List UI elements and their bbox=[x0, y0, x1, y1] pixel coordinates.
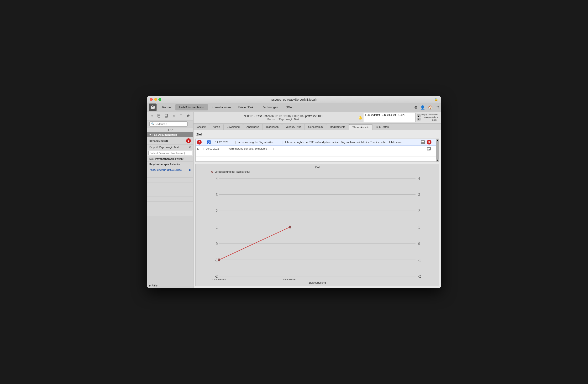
search-icon: 🔍 bbox=[151, 122, 154, 125]
app-logo[interactable] bbox=[149, 103, 157, 111]
sidebar-person-3[interactable]: Test Patientin (01.01.1990) ▶ bbox=[147, 167, 193, 173]
fall-dokumentation-label: Fall-Dokumentation bbox=[152, 133, 177, 136]
chart-legend: ✕ Verbesserung der Tagsstruktur bbox=[199, 170, 436, 174]
scroll-up-arrow[interactable]: ▲ bbox=[436, 139, 439, 142]
patient-search-input[interactable] bbox=[148, 151, 192, 155]
recycle-icon: ♿ bbox=[207, 140, 211, 144]
user-icon[interactable]: 👤 bbox=[420, 105, 425, 110]
add-button[interactable]: ⊕ bbox=[149, 113, 155, 119]
menu-fall-dokumentation[interactable]: Fall-Dokumentation bbox=[175, 104, 208, 110]
company-line3: GmbH bbox=[421, 119, 438, 122]
menu-right-icons: ⚙ 👤 🏠 ⬚ bbox=[414, 105, 439, 110]
tab-medikamente[interactable]: Medikamente bbox=[326, 124, 349, 130]
company-line2: easy-solutions bbox=[421, 116, 438, 119]
svg-text:-2: -2 bbox=[215, 274, 218, 278]
svg-rect-11 bbox=[427, 148, 430, 148]
patient-header-line2: Praxis 1 / Psychologin Test bbox=[208, 118, 358, 121]
tab-verlauf[interactable]: Verlauf / Proc bbox=[282, 124, 305, 130]
page-nav: 1 / 7 bbox=[147, 128, 193, 132]
minimize-button[interactable] bbox=[154, 98, 157, 101]
ziel-row1-action[interactable] bbox=[426, 146, 432, 151]
diagnosis-scroll-up[interactable]: ▲ bbox=[417, 115, 420, 117]
tab-zuweisung[interactable]: Zuweisung bbox=[224, 124, 243, 130]
tab-content: Ziel 2 . ♿ | 14.12.2020 | Verbesserung bbox=[193, 130, 441, 288]
diagnosis-box[interactable]: 1 - Suizidalität 12.12.2020 29.12.2020 bbox=[363, 113, 416, 122]
badge-1: 1 bbox=[186, 138, 191, 143]
print-button[interactable]: 🖨 bbox=[171, 113, 177, 119]
tab-bar: Cockpit Admin Zuweisung Anamnese Diagnos… bbox=[193, 123, 441, 130]
diagnosis-scroll: ▲ ▼ bbox=[417, 115, 420, 121]
therapeut-label: Dr. phil. Psychologin Test bbox=[149, 146, 179, 149]
logout-icon[interactable]: ⬚ bbox=[436, 105, 439, 110]
menu-briefe-dok[interactable]: Briefe / Dok. bbox=[234, 104, 258, 110]
search-box[interactable]: 🔍 bbox=[149, 121, 188, 127]
page-nav-text: 1 / 7 bbox=[168, 129, 172, 131]
company-line1: PsyQOS DEMO - bbox=[421, 113, 438, 116]
scroll-down-arrow[interactable]: ▼ bbox=[436, 159, 439, 162]
empty-row-1 bbox=[147, 173, 193, 178]
delete-button[interactable]: 🗑 bbox=[185, 113, 191, 119]
behandlungsort-item[interactable]: Behandlungsort 1 bbox=[147, 137, 193, 144]
behandlungsort-label: Behandlungsort bbox=[149, 139, 168, 142]
expand-arrow: ▶ bbox=[149, 284, 151, 287]
chart-container: Ziel ✕ Verbesserung der Tagsstruktur bbox=[195, 164, 439, 286]
svg-text:-1: -1 bbox=[418, 257, 421, 262]
list-button[interactable]: ☰ bbox=[178, 113, 184, 119]
ziel-row1-sep1: | bbox=[203, 147, 204, 150]
traffic-lights bbox=[150, 98, 161, 101]
ziel-row2-sep3: | bbox=[235, 141, 236, 143]
sidebar-person-2[interactable]: Psychotherapie Patientin bbox=[147, 162, 193, 167]
ziel-row-2[interactable]: 2 . ♿ | 14.12.2020 | Verbesserung der Ta… bbox=[196, 139, 439, 145]
settings-icon[interactable]: ⚙ bbox=[414, 105, 417, 110]
svg-text:3: 3 bbox=[418, 192, 420, 197]
content-area: 990001 / Test Patientin (01.01.1990), Ch… bbox=[193, 112, 441, 288]
ziel-row-1[interactable]: 1. | 05.01.2021 | Verringerung der dep. … bbox=[196, 145, 439, 152]
chart-x-label: Zielbeurteilung bbox=[199, 281, 436, 284]
tab-admin[interactable]: Admin bbox=[209, 124, 224, 130]
ziel-row1-title: Verringerung der dep. Symptome bbox=[228, 147, 271, 150]
new-doc-button[interactable] bbox=[156, 113, 162, 119]
ziel-table-scrollbar[interactable]: ▲ ▼ bbox=[436, 139, 439, 162]
ziel-row2-action[interactable] bbox=[420, 140, 426, 144]
faelle-item[interactable]: ▶ Fälle bbox=[147, 283, 193, 288]
empty-row-9 bbox=[147, 211, 193, 216]
svg-rect-13 bbox=[427, 149, 429, 150]
svg-rect-8 bbox=[421, 142, 424, 142]
svg-text:1: 1 bbox=[216, 225, 218, 229]
scroll-thumb[interactable] bbox=[436, 142, 439, 159]
menu-qmo[interactable]: QMo bbox=[282, 104, 296, 110]
tab-genogramm[interactable]: Genogramm bbox=[305, 124, 326, 130]
therapeut-close[interactable]: ✕ bbox=[189, 146, 191, 149]
svg-text:-1: -1 bbox=[215, 257, 218, 262]
ziel-row1-sep3: | bbox=[273, 147, 274, 150]
lock-icon: 🔒 bbox=[434, 98, 438, 101]
sidebar-person-1[interactable]: Del. Psychotherapie Patient bbox=[147, 156, 193, 162]
svg-text:0: 0 bbox=[418, 241, 420, 246]
tab-anamnese[interactable]: Anamnese bbox=[243, 124, 263, 130]
tab-therapieziele[interactable]: Therapieziele bbox=[349, 124, 373, 130]
menu-rechnungen[interactable]: Rechnungen bbox=[258, 104, 282, 110]
pdf-button[interactable]: PDF bbox=[164, 113, 170, 119]
menu-partner[interactable]: Partner bbox=[158, 104, 175, 110]
home-icon[interactable]: 🏠 bbox=[428, 105, 433, 110]
fall-dokumentation-header[interactable]: ▼ Fall-Dokumentation bbox=[147, 132, 193, 137]
diagnosis-scroll-down[interactable]: ▼ bbox=[417, 118, 420, 121]
svg-text:2: 2 bbox=[418, 208, 420, 213]
tab-diagnosen[interactable]: Diagnosen bbox=[263, 124, 282, 130]
therapeut-item[interactable]: Dr. phil. Psychologin Test ✕ bbox=[147, 144, 193, 150]
faelle-label: Fälle bbox=[152, 284, 158, 287]
menu-konsultationen[interactable]: Konsultationen bbox=[208, 104, 234, 110]
search-input[interactable] bbox=[155, 122, 186, 125]
zoom-button[interactable] bbox=[158, 98, 161, 101]
svg-text:3: 3 bbox=[216, 192, 218, 197]
tab-bfs-daten[interactable]: BFS Daten bbox=[373, 124, 392, 130]
therapieziele-content: Ziel 2 . ♿ | 14.12.2020 | Verbesserung bbox=[193, 130, 441, 288]
empty-row-2 bbox=[147, 178, 193, 182]
close-button[interactable] bbox=[150, 98, 153, 101]
svg-text:03/03/2021: 03/03/2021 bbox=[283, 279, 297, 280]
ziel-row1-num: 1. bbox=[197, 147, 201, 150]
tab-cockpit[interactable]: Cockpit bbox=[193, 124, 209, 130]
ziel-row2-sep1: . bbox=[204, 141, 204, 143]
sidebar-person-label-1: Del. Psychotherapie Patient bbox=[149, 157, 183, 160]
empty-row-5 bbox=[147, 192, 193, 197]
